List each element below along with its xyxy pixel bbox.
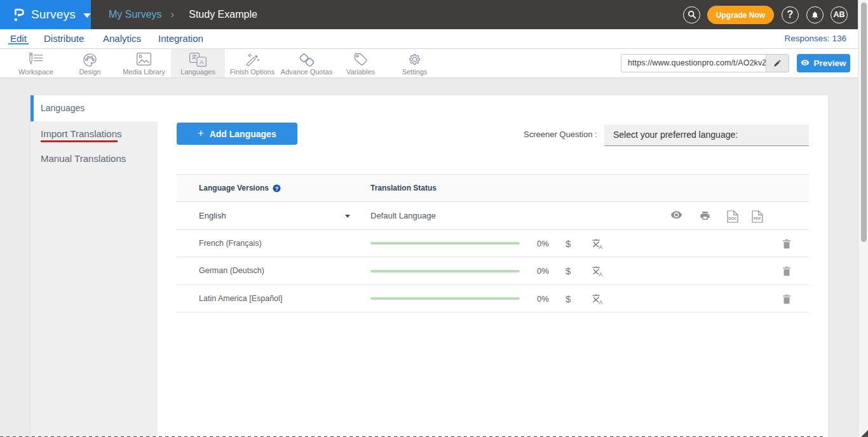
svg-text:A: A [599,271,602,276]
svg-text:PDF: PDF [754,217,761,220]
svg-text:A: A [200,58,204,65]
svg-text:?: ? [275,185,279,192]
svg-text:DOC: DOC [728,217,737,220]
svg-text:A: A [599,299,602,304]
svg-text:A: A [599,243,602,248]
